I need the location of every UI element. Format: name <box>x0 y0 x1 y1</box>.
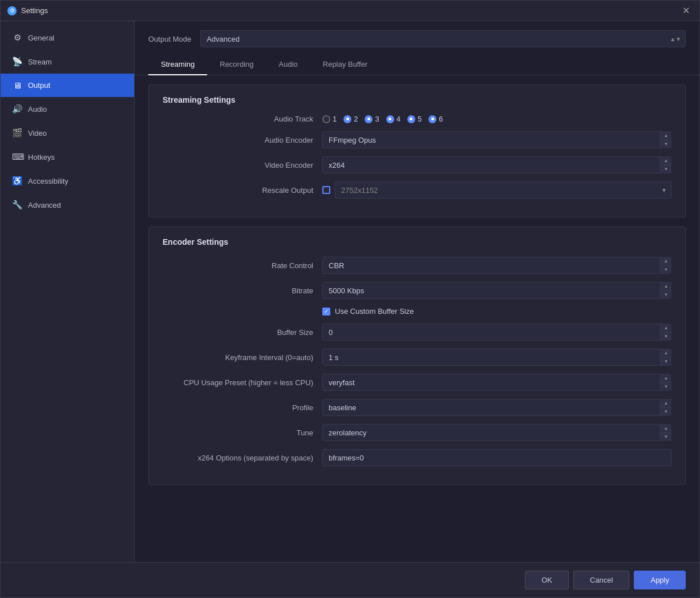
sidebar-item-audio[interactable]: 🔊 Audio <box>1 97 134 121</box>
track-1-label: 1 <box>333 115 337 123</box>
sidebar-item-advanced[interactable]: 🔧 Advanced <box>1 193 134 217</box>
x264-options-row: x264 Options (separated by space) <box>163 449 671 466</box>
track-4-radio[interactable] <box>386 115 394 123</box>
apply-button[interactable]: Apply <box>634 571 686 589</box>
tabs-row: Streaming Recording Audio Replay Buffer <box>135 54 699 75</box>
track-6-radio[interactable] <box>428 115 436 123</box>
sidebar-item-hotkeys[interactable]: ⌨ Hotkeys <box>1 145 134 169</box>
video-encoder-select[interactable]: x264 <box>322 156 671 173</box>
output-icon: 🖥 <box>12 80 22 90</box>
app-icon: ⚙ <box>7 6 17 15</box>
bitrate-wrapper: ▲ ▼ <box>322 282 671 299</box>
profile-down[interactable]: ▼ <box>660 408 671 417</box>
rescale-select[interactable]: 2752x1152 <box>335 181 671 199</box>
rate-control-up[interactable]: ▲ <box>660 257 671 266</box>
encoder-settings-title: Encoder Settings <box>163 237 671 247</box>
sidebar-item-accessibility[interactable]: ♿ Accessibility <box>1 169 134 193</box>
settings-window: ⚙ Settings ✕ ⚙ General 📡 Stream 🖥 Output… <box>0 0 700 598</box>
track-2[interactable]: 2 <box>343 115 358 123</box>
audio-tracks: 1 2 3 4 <box>322 115 443 123</box>
audio-encoder-down[interactable]: ▼ <box>660 140 671 149</box>
keyframe-interval-up[interactable]: ▲ <box>661 349 671 358</box>
audio-encoder-label: Audio Encoder <box>163 136 322 144</box>
track-6[interactable]: 6 <box>428 115 443 123</box>
output-mode-select[interactable]: Advanced Simple <box>200 30 686 47</box>
buffer-size-input[interactable] <box>322 324 671 341</box>
x264-options-input[interactable] <box>322 449 671 466</box>
profile-select[interactable]: baseline <box>322 399 671 416</box>
tab-streaming[interactable]: Streaming <box>148 54 207 75</box>
cancel-button[interactable]: Cancel <box>573 571 629 589</box>
audio-encoder-up[interactable]: ▲ <box>660 131 671 140</box>
sidebar-label-audio: Audio <box>28 105 47 114</box>
cpu-preset-down[interactable]: ▼ <box>660 383 671 391</box>
tune-up[interactable]: ▲ <box>660 424 671 433</box>
track-4[interactable]: 4 <box>386 115 400 123</box>
sidebar-label-video: Video <box>28 129 47 138</box>
keyframe-interval-input[interactable] <box>322 349 671 366</box>
video-encoder-down[interactable]: ▼ <box>660 165 671 174</box>
sidebar-label-general: General <box>28 34 54 42</box>
tune-down[interactable]: ▼ <box>660 433 671 442</box>
rescale-checkbox[interactable] <box>322 186 330 194</box>
gear-icon: ⚙ <box>12 33 22 43</box>
keyframe-interval-row: Keyframe Interval (0=auto) ▲ ▼ <box>163 349 671 366</box>
video-encoder-up[interactable]: ▲ <box>660 156 671 165</box>
streaming-settings-title: Streaming Settings <box>163 95 671 104</box>
main-content: ⚙ General 📡 Stream 🖥 Output 🔊 Audio 🎬 Vi… <box>1 21 699 562</box>
track-2-radio[interactable] <box>343 115 351 123</box>
rescale-select-wrapper: 2752x1152 ▼ <box>335 181 671 199</box>
tab-audio[interactable]: Audio <box>266 54 310 75</box>
sidebar-item-output[interactable]: 🖥 Output <box>1 74 134 97</box>
bitrate-down[interactable]: ▼ <box>661 291 671 300</box>
bitrate-row: Bitrate ▲ ▼ <box>163 282 671 299</box>
track-3[interactable]: 3 <box>365 115 379 123</box>
rate-control-select[interactable]: CBR <box>322 257 671 274</box>
buffer-size-up[interactable]: ▲ <box>661 324 671 333</box>
track-2-label: 2 <box>354 115 358 123</box>
keyframe-interval-down[interactable]: ▼ <box>661 358 671 366</box>
rate-control-label: Rate Control <box>163 261 322 270</box>
rate-control-wrapper: CBR ▲ ▼ <box>322 257 671 274</box>
video-encoder-row: Video Encoder x264 ▲ ▼ <box>163 156 671 173</box>
tune-label: Tune <box>163 429 322 437</box>
sidebar-item-stream[interactable]: 📡 Stream <box>1 50 134 74</box>
audio-track-row: Audio Track 1 2 3 <box>163 115 671 123</box>
buffer-size-down[interactable]: ▼ <box>661 333 671 341</box>
tune-select[interactable]: zerolatency <box>322 424 671 441</box>
track-3-label: 3 <box>375 115 379 123</box>
track-1-radio[interactable] <box>322 115 330 123</box>
close-button[interactable]: ✕ <box>679 4 693 18</box>
track-1[interactable]: 1 <box>322 115 337 123</box>
track-3-radio[interactable] <box>365 115 373 123</box>
video-encoder-arrows: ▲ ▼ <box>660 156 671 173</box>
custom-buffer-checkbox[interactable] <box>322 308 330 316</box>
sidebar-item-general[interactable]: ⚙ General <box>1 26 134 50</box>
sidebar-label-output: Output <box>28 81 50 90</box>
bitrate-input[interactable] <box>322 282 671 299</box>
rate-control-down[interactable]: ▼ <box>660 266 671 274</box>
tab-replay-buffer[interactable]: Replay Buffer <box>310 54 381 75</box>
bitrate-up[interactable]: ▲ <box>661 282 671 291</box>
rate-control-arrows: ▲ ▼ <box>660 257 671 274</box>
video-encoder-label: Video Encoder <box>163 161 322 169</box>
advanced-icon: 🔧 <box>12 200 22 210</box>
x264-options-label: x264 Options (separated by space) <box>163 454 322 462</box>
ok-button[interactable]: OK <box>525 571 569 589</box>
custom-buffer-label: Use Custom Buffer Size <box>335 307 414 316</box>
content-area: Output Mode Advanced Simple ▲▼ Streaming… <box>135 21 699 562</box>
profile-row: Profile baseline ▲ ▼ <box>163 399 671 416</box>
profile-up[interactable]: ▲ <box>660 399 671 408</box>
audio-encoder-select[interactable]: FFmpeg Opus <box>322 131 671 148</box>
keyframe-interval-wrapper: ▲ ▼ <box>322 349 671 366</box>
cpu-preset-wrapper: veryfast ▲ ▼ <box>322 374 671 391</box>
track-5[interactable]: 5 <box>407 115 422 123</box>
audio-icon: 🔊 <box>12 104 22 114</box>
cpu-preset-up[interactable]: ▲ <box>660 374 671 383</box>
track-5-label: 5 <box>418 115 422 123</box>
tab-recording[interactable]: Recording <box>207 54 266 75</box>
cpu-preset-select[interactable]: veryfast <box>322 374 671 391</box>
track-5-radio[interactable] <box>407 115 415 123</box>
sidebar-label-stream: Stream <box>28 58 52 66</box>
sidebar-item-video[interactable]: 🎬 Video <box>1 121 134 145</box>
